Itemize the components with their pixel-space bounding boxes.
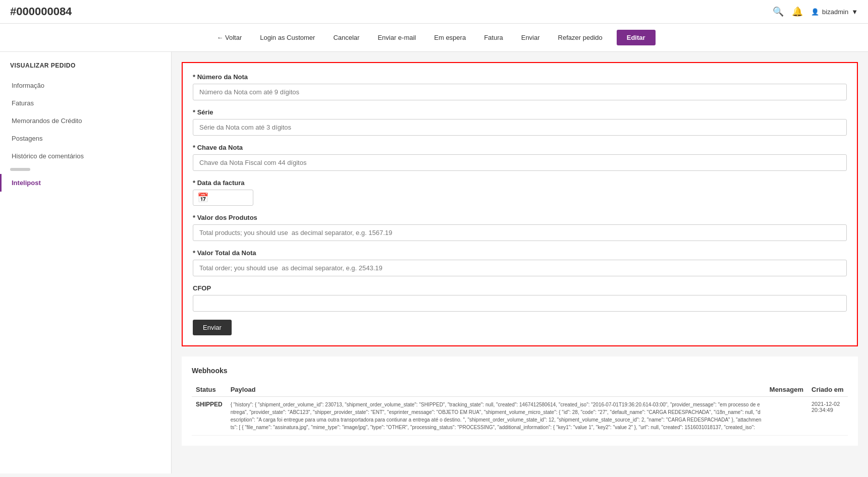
sidebar-title: VISUALIZAR PEDIDO	[0, 62, 171, 77]
scroll-bar	[10, 168, 30, 171]
login-as-customer-button[interactable]: Login as Customer	[256, 32, 319, 43]
cfop-label: CFOP	[193, 284, 847, 292]
calendar-icon: 📅	[197, 192, 208, 203]
sidebar-scroll-indicator	[0, 165, 171, 174]
top-header: #000000084 🔍 🔔 👤 bizadmin ▼	[0, 0, 868, 24]
enviar-button[interactable]: Enviar	[517, 32, 544, 43]
webhooks-table: Status Payload Mensagem Criado em SHIPPE…	[192, 383, 848, 436]
user-icon: 👤	[811, 8, 819, 16]
valor-total-label: * Valor Total da Nota	[193, 249, 847, 257]
valor-produtos-input[interactable]	[193, 224, 847, 241]
serie-input[interactable]	[193, 119, 847, 136]
username-label: bizadmin	[822, 8, 848, 16]
em-espera-button[interactable]: Em espera	[430, 32, 470, 43]
form-group-cfop: CFOP	[193, 284, 847, 312]
sidebar-item-faturas[interactable]: Faturas	[0, 94, 171, 112]
webhooks-section: Webhooks Status Payload Mensagem Criado …	[182, 356, 858, 446]
form-group-numero-nota: * Número da Nota	[193, 73, 847, 100]
sidebar-item-informacao[interactable]: Informação	[0, 77, 171, 94]
webhooks-table-header: Status Payload Mensagem Criado em	[192, 383, 848, 397]
valor-produtos-label: * Valor dos Produtos	[193, 214, 847, 221]
editar-button[interactable]: Editar	[617, 30, 656, 45]
numero-nota-label: * Número da Nota	[193, 73, 847, 81]
sidebar-item-intelipost[interactable]: Intelipost	[0, 174, 171, 192]
user-menu[interactable]: 👤 bizadmin ▼	[811, 8, 858, 16]
mensagem-cell	[766, 397, 807, 436]
numero-nota-input[interactable]	[193, 84, 847, 100]
form-group-serie: * Série	[193, 108, 847, 136]
search-icon: 🔍	[773, 7, 784, 17]
refazer-pedido-button[interactable]: Refazer pedido	[554, 32, 607, 43]
page-title: #000000084	[10, 5, 72, 18]
cancelar-button[interactable]: Cancelar	[329, 32, 363, 43]
form-group-chave-nota: * Chave da Nota	[193, 144, 847, 171]
form-group-data-factura: * Data da factura 📅	[193, 179, 847, 206]
valor-total-input[interactable]	[193, 260, 847, 276]
notification-button[interactable]: 🔔	[792, 6, 803, 17]
enviar-email-button[interactable]: Enviar e-mail	[373, 32, 420, 43]
submit-button[interactable]: Enviar	[193, 320, 232, 335]
payload-cell: { "history": { "shipment_order_volume_id…	[227, 397, 766, 436]
cfop-input[interactable]	[193, 295, 847, 312]
criado-em-cell: 2021-12-0220:34:49	[807, 397, 848, 436]
form-section: * Número da Nota * Série * Chave da Nota…	[182, 62, 858, 346]
sidebar-item-memorandos[interactable]: Memorandos de Crédito	[0, 112, 171, 130]
fatura-button[interactable]: Fatura	[480, 32, 507, 43]
search-button[interactable]: 🔍	[773, 6, 784, 17]
content-area: * Número da Nota * Série * Chave da Nota…	[172, 52, 868, 473]
col-header-status: Status	[192, 383, 227, 397]
form-group-valor-total: * Valor Total da Nota	[193, 249, 847, 276]
form-group-valor-produtos: * Valor dos Produtos	[193, 214, 847, 241]
chevron-down-icon: ▼	[851, 8, 858, 16]
bell-icon: 🔔	[792, 7, 803, 17]
status-cell: SHIPPED	[192, 397, 227, 436]
data-factura-label: * Data da factura	[193, 179, 847, 187]
chave-nota-input[interactable]	[193, 154, 847, 171]
main-layout: VISUALIZAR PEDIDO Informação Faturas Mem…	[0, 52, 868, 473]
header-icons: 🔍 🔔 👤 bizadmin ▼	[773, 6, 858, 17]
sidebar-item-postagens[interactable]: Postagens	[0, 130, 171, 147]
action-toolbar: ← Voltar Login as Customer Cancelar Envi…	[0, 24, 868, 52]
chave-nota-label: * Chave da Nota	[193, 144, 847, 151]
webhooks-title: Webhooks	[192, 367, 848, 375]
date-input-wrapper[interactable]: 📅	[193, 190, 253, 206]
col-header-criado-em: Criado em	[807, 383, 848, 397]
table-row: SHIPPED { "history": { "shipment_order_v…	[192, 397, 848, 436]
sidebar: VISUALIZAR PEDIDO Informação Faturas Mem…	[0, 52, 172, 473]
back-label: ← Voltar	[216, 34, 242, 41]
back-button[interactable]: ← Voltar	[212, 32, 246, 43]
sidebar-item-historico[interactable]: Histórico de comentários	[0, 147, 171, 165]
col-header-payload: Payload	[227, 383, 766, 397]
serie-label: * Série	[193, 108, 847, 116]
col-header-mensagem: Mensagem	[766, 383, 807, 397]
